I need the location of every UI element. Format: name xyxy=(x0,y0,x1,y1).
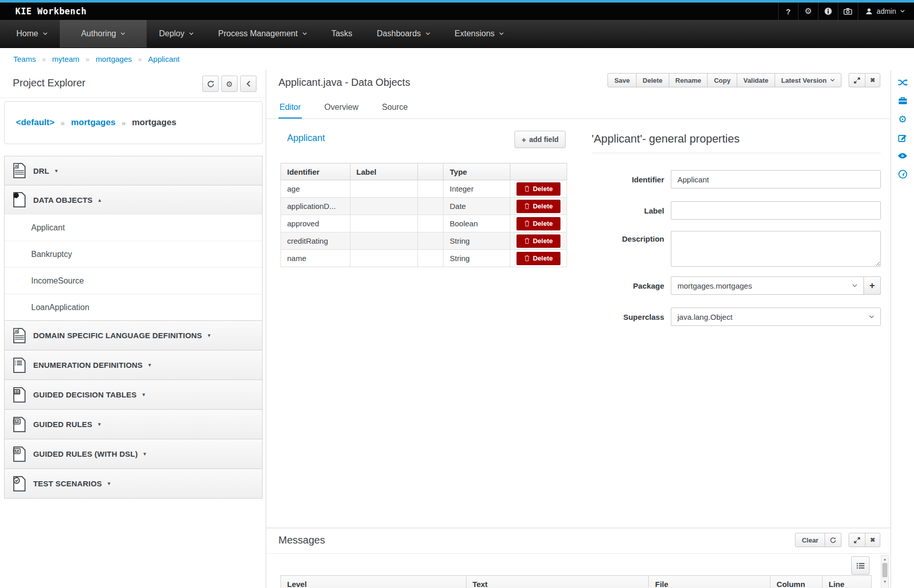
delete-field-button[interactable]: Delete xyxy=(517,182,560,196)
breadcrumb-separator: » xyxy=(138,55,142,63)
section-guided-decision-tables[interactable]: GUIDED DECISION TABLES▾ xyxy=(5,380,262,409)
scrollbar-thumb[interactable] xyxy=(882,563,887,577)
section-test-scenarios[interactable]: TEST SCENARIOS▾ xyxy=(5,468,262,498)
section-enumeration-definitions[interactable]: ENUMERATION DEFINITIONS▾ xyxy=(5,350,262,380)
column-header-empty xyxy=(417,163,443,180)
field-type: Boolean xyxy=(443,215,510,232)
field-row-age[interactable]: age Integer Delete xyxy=(281,180,567,198)
field-row-creditrating[interactable]: creditRating String Delete xyxy=(281,232,567,250)
breadcrumb-mortgages[interactable]: mortgages xyxy=(96,55,132,63)
data-object-item-applicant[interactable]: Applicant xyxy=(5,214,262,241)
data-object-item-incomesource[interactable]: IncomeSource xyxy=(5,267,262,294)
tab-overview[interactable]: Overview xyxy=(323,103,360,119)
new-package-button[interactable]: + xyxy=(863,276,881,295)
field-identifier: creditRating xyxy=(281,232,350,250)
field-spacer xyxy=(417,198,443,215)
delete-field-button[interactable]: Delete xyxy=(517,234,560,248)
add-field-button[interactable]: + add field xyxy=(514,131,566,148)
collapse-panel-button[interactable] xyxy=(240,76,256,92)
latest-version-dropdown[interactable]: Latest Version xyxy=(775,73,841,87)
explorer-settings-button[interactable]: ⚙ xyxy=(221,76,238,92)
section-data-objects[interactable]: DATA OBJECTS▴ xyxy=(5,185,262,214)
refresh-messages-button[interactable] xyxy=(825,533,841,547)
trash-icon xyxy=(524,203,530,209)
tab-editor[interactable]: Editor xyxy=(278,103,302,119)
nav-extensions[interactable]: Extensions xyxy=(442,20,516,48)
delete-field-button[interactable]: Delete xyxy=(517,217,560,230)
svg-text:R: R xyxy=(15,164,18,169)
list-icon xyxy=(856,562,864,569)
nav-authoring[interactable]: Authoring xyxy=(60,20,147,48)
scroll-up-arrow[interactable]: ▲ xyxy=(881,556,888,562)
nav-process-management[interactable]: Process Management xyxy=(206,20,319,48)
description-label: Description xyxy=(592,234,664,243)
chevron-left-icon xyxy=(246,81,250,87)
user-menu[interactable]: admin xyxy=(858,3,914,20)
settings-button[interactable]: ⚙ xyxy=(798,3,818,20)
edit-rail-button[interactable] xyxy=(898,132,907,143)
section-guided-rules-with-dsl[interactable]: GUIDED RULES (WITH DSL)▾ xyxy=(5,439,262,468)
field-spacer xyxy=(417,180,443,198)
field-row-applicationdate[interactable]: applicationD... Date Delete xyxy=(281,198,567,215)
publish-rail-button[interactable] xyxy=(898,169,907,179)
clear-messages-button[interactable]: Clear xyxy=(795,533,825,547)
validate-button[interactable]: Validate xyxy=(737,73,775,87)
breadcrumb-separator: » xyxy=(85,55,89,63)
preview-rail-button[interactable] xyxy=(898,151,907,161)
description-field[interactable] xyxy=(671,231,881,267)
object-name-link[interactable]: Applicant xyxy=(287,133,325,144)
toolbox-button[interactable] xyxy=(898,96,907,106)
data-object-item-loanapplication[interactable]: LoanApplication xyxy=(5,294,262,320)
refresh-button[interactable] xyxy=(202,76,219,92)
nav-tasks[interactable]: Tasks xyxy=(319,20,365,48)
delete-field-button[interactable]: Delete xyxy=(517,252,560,265)
scroll-down-arrow[interactable]: ▼ xyxy=(881,578,888,584)
explorer-crumb-mortgages[interactable]: mortgages xyxy=(71,117,115,128)
rename-button[interactable]: Rename xyxy=(669,73,708,87)
label-field[interactable] xyxy=(671,201,881,220)
eye-icon xyxy=(898,153,907,159)
messages-scrollbar[interactable]: ▲ ▼ xyxy=(881,555,889,588)
section-guided-rules[interactable]: GUIDED RULES▾ xyxy=(5,409,262,439)
nav-home[interactable]: Home xyxy=(4,20,60,48)
tab-source[interactable]: Source xyxy=(381,103,409,119)
settings-rail-button[interactable]: ⚙ xyxy=(898,114,907,124)
fields-table: Identifier Label Type age Integer Delete… xyxy=(280,163,567,267)
superclass-select[interactable]: java.lang.Object xyxy=(671,308,881,326)
section-drl[interactable]: R DRL▾ xyxy=(5,156,262,185)
close-messages-button[interactable]: ✖ xyxy=(865,533,880,547)
about-button[interactable] xyxy=(818,3,838,20)
label-label: Label xyxy=(592,206,664,215)
package-label: Package xyxy=(592,281,664,290)
copy-button[interactable]: Copy xyxy=(707,73,737,87)
shuffle-layout-button[interactable] xyxy=(898,77,908,87)
identifier-label: Identifier xyxy=(592,175,664,184)
breadcrumb-applicant[interactable]: Applicant xyxy=(148,55,180,63)
package-select[interactable]: mortgages.mortgages xyxy=(671,276,864,295)
nav-dashboards[interactable]: Dashboards xyxy=(365,20,442,48)
column-header-type: Type xyxy=(443,163,510,180)
messages-clear-group: Clear xyxy=(795,533,841,547)
expand-panel-button[interactable] xyxy=(849,73,865,87)
chevron-down-icon xyxy=(900,10,905,13)
delete-field-button[interactable]: Delete xyxy=(517,200,560,213)
breadcrumb-myteam[interactable]: myteam xyxy=(52,55,79,63)
expand-messages-button[interactable] xyxy=(849,533,865,547)
identifier-field[interactable] xyxy=(671,170,881,189)
nav-deploy[interactable]: Deploy xyxy=(147,20,206,48)
data-object-item-bankruptcy[interactable]: Bankruptcy xyxy=(5,241,262,267)
list-view-button[interactable] xyxy=(851,556,870,575)
help-button[interactable]: ? xyxy=(778,3,798,20)
save-button[interactable]: Save xyxy=(607,73,636,87)
edit-icon xyxy=(898,133,907,142)
close-panel-button[interactable]: ✖ xyxy=(865,73,880,87)
screenshot-button[interactable] xyxy=(838,3,858,20)
section-dsl-definitions[interactable]: R DOMAIN SPECIFIC LANGUAGE DEFINITIONS▾ xyxy=(5,320,262,350)
field-row-approved[interactable]: approved Boolean Delete xyxy=(281,215,567,232)
explorer-crumb-default[interactable]: <default> xyxy=(16,117,55,128)
breadcrumb: Teams » myteam » mortgages » Applicant xyxy=(0,48,914,70)
delete-button[interactable]: Delete xyxy=(636,73,669,87)
field-row-name[interactable]: name String Delete xyxy=(281,250,567,267)
trash-icon xyxy=(524,238,530,244)
breadcrumb-teams[interactable]: Teams xyxy=(13,55,36,63)
